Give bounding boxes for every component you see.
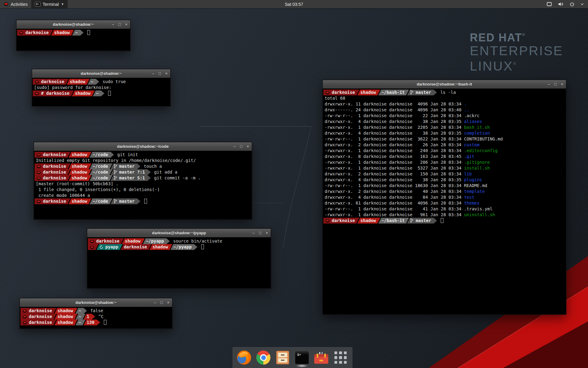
dock-item-app-grid[interactable] (333, 350, 348, 365)
window-titlebar[interactable]: darknoise@shadow:~ –□× (32, 69, 170, 78)
ls-row-meta: drwxrwxr-x. 2 darknoise darknoise 150 Ja… (323, 171, 464, 176)
ls-row-filename: test (464, 195, 474, 200)
prompt-segment: ~/bash-it (378, 90, 409, 95)
firefox-icon (237, 351, 251, 365)
dock-item-firefox[interactable] (237, 350, 251, 365)
ls-row-filename: themes (464, 201, 480, 205)
minimize-button[interactable]: – (233, 144, 236, 148)
ls-row-filename: .gitignore (464, 160, 490, 165)
terminal-line: darknoiseshadow~/bash-itmasterls -la (323, 90, 566, 95)
terminal-cursor[interactable] (201, 244, 204, 249)
terminal-body[interactable]: darknoiseshadow~/codegit initInitialized… (34, 151, 252, 219)
maximize-button[interactable]: □ (159, 71, 161, 75)
terminal-line: darknoiseshadow~/codemaster S:1git commi… (35, 175, 252, 181)
redhat-hat-icon (23, 321, 27, 324)
segment-label: 1 (87, 314, 89, 319)
terminal-output-text: total 68 (323, 96, 345, 101)
running-indicator (296, 364, 308, 367)
terminal-output-text: [master (root-commit) 50bcb63] . (35, 181, 119, 186)
window-titlebar[interactable]: darknoise@shadow:~ –□× (20, 298, 172, 307)
window-titlebar[interactable]: darknoise@shadow:~/pyapp –□× (87, 229, 271, 237)
segment-label: shadow (153, 244, 168, 249)
terminal-body[interactable]: darknoiseshadow~/pyappsource bin/activat… (87, 237, 271, 288)
terminal-line: -rwxrwxr-x. 1 darknoise darknoise 206 Ja… (323, 159, 566, 165)
minimize-button[interactable]: – (154, 301, 156, 305)
terminal-window-pyapp[interactable]: darknoise@shadow:~/pyapp –□× darknoisesh… (87, 228, 271, 289)
branch-icon (114, 199, 117, 203)
terminal-body[interactable]: darknoiseshadow~falsedarknoiseshadow~1^C… (20, 307, 172, 328)
maximize-button[interactable]: □ (259, 231, 262, 235)
close-button[interactable]: × (167, 301, 169, 305)
power-icon[interactable] (570, 2, 575, 7)
terminal-body[interactable]: darknoiseshadow~sudo true[sudo] password… (32, 78, 170, 106)
display-icon[interactable] (547, 2, 552, 6)
terminal-output-text: 1 file changed, 0 insertions(+), 0 delet… (35, 187, 160, 192)
ls-row-meta: drwx------. 24 darknoise darknoise 4096 … (323, 107, 464, 112)
prompt-segment: shadow (357, 218, 380, 224)
ls-row-meta: drwxrwxr-x. 2 darknoise darknoise 26 Jan… (323, 142, 464, 147)
ls-row-meta: drwxrwxr-x. 4 darknoise darknoise 84 Jan… (323, 195, 464, 200)
volume-icon[interactable] (558, 2, 564, 6)
ls-row-meta: drwxrwxr-x. 2 darknoise darknoise 40 Jan… (323, 189, 464, 194)
terminal-cursor[interactable] (104, 320, 107, 325)
terminal-line: darknoiseshadow~/pyappsource bin/activat… (88, 238, 271, 244)
dock-item-chrome[interactable] (256, 350, 271, 365)
chevron-down-icon[interactable] (581, 3, 584, 5)
dock-item-files[interactable] (275, 350, 290, 365)
terminal-app-icon: $> (295, 351, 309, 364)
terminal-cursor[interactable] (87, 30, 90, 35)
dock-item-terminal[interactable]: $> (295, 350, 309, 365)
terminal-cursor[interactable] (144, 199, 147, 204)
clock[interactable]: Sat 03:57 (0, 2, 588, 7)
segment-label: ~/bash-it (381, 218, 405, 223)
minimize-button[interactable]: – (152, 71, 154, 75)
close-button[interactable]: × (165, 71, 168, 75)
prompt-segment: ~/code (89, 163, 112, 169)
terminal-cursor[interactable] (108, 91, 111, 96)
terminal-command: touch a (144, 164, 162, 169)
terminal-output-text: Initialized empty Git repository in /hom… (35, 158, 196, 163)
segment-label: ~ (91, 79, 93, 84)
branch-icon (114, 170, 117, 174)
terminal-command: git commit -a -m . (154, 175, 201, 180)
maximize-button[interactable]: □ (160, 301, 163, 305)
terminal-body[interactable]: darknoiseshadow~/bash-itmasterls -latota… (323, 89, 566, 314)
terminal-line: -rw-rw-r--. 1 darknoise darknoise 3622 J… (323, 136, 566, 142)
terminal-window-sudo[interactable]: darknoise@shadow:~ –□× darknoiseshadow~s… (32, 69, 171, 106)
terminal-window-bash-it[interactable]: darknoise@shadow:~/bash-it –□× darknoise… (322, 80, 566, 315)
terminal-line: drwxrwxr-x. 2 darknoise darknoise 26 Jan… (323, 142, 566, 148)
ls-row-meta: drwxrwxr-x. 4 darknoise darknoise 38 Jan… (323, 131, 464, 136)
prompt-segment: # darknoise (33, 90, 74, 96)
close-button[interactable]: × (247, 144, 249, 148)
terminal-body[interactable]: darknoiseshadow~ (17, 29, 130, 51)
terminal-command: sudo true (103, 79, 126, 84)
minimize-button[interactable]: – (252, 231, 254, 235)
window-titlebar[interactable]: darknoise@shadow:~/code –□× (34, 142, 252, 151)
prompt-segment: darknoise (35, 163, 70, 169)
segment-label: ~/bash-it (381, 90, 405, 95)
window-titlebar[interactable]: darknoise@shadow:~ –□× (17, 20, 130, 29)
window-titlebar[interactable]: darknoise@shadow:~/bash-it –□× (323, 80, 566, 89)
maximize-button[interactable]: □ (240, 144, 243, 148)
segment-label: ~/code (92, 152, 108, 157)
terminal-window-home-2[interactable]: darknoise@shadow:~ –□× darknoiseshadow~f… (20, 298, 172, 329)
segment-label: darknoise (29, 314, 52, 319)
terminal-cursor[interactable] (441, 218, 443, 223)
terminal-line: -rwxrwxr-x. 1 darknoise darknoise 2205 J… (323, 125, 566, 130)
file-manager-icon (276, 351, 289, 364)
close-button[interactable]: × (561, 82, 563, 86)
terminal-window-code[interactable]: darknoise@shadow:~/code –□× darknoisesha… (34, 142, 252, 220)
terminal-line: 1 file changed, 0 insertions(+), 0 delet… (35, 187, 252, 193)
prompt-segment: ~/code (89, 169, 112, 175)
prompt-segment: shadow (69, 163, 92, 169)
minimize-button[interactable]: – (548, 82, 550, 86)
close-button[interactable]: × (266, 231, 268, 235)
close-button[interactable]: × (125, 22, 127, 26)
maximize-button[interactable]: □ (554, 82, 557, 86)
segment-label: ~/pyapp (146, 239, 164, 243)
dock-item-toolbox[interactable] (314, 350, 329, 365)
app-grid-icon (334, 351, 347, 364)
terminal-window-home-1[interactable]: darknoise@shadow:~ –□× darknoiseshadow~ (16, 20, 130, 51)
minimize-button[interactable]: – (112, 22, 114, 26)
maximize-button[interactable]: □ (119, 22, 121, 26)
